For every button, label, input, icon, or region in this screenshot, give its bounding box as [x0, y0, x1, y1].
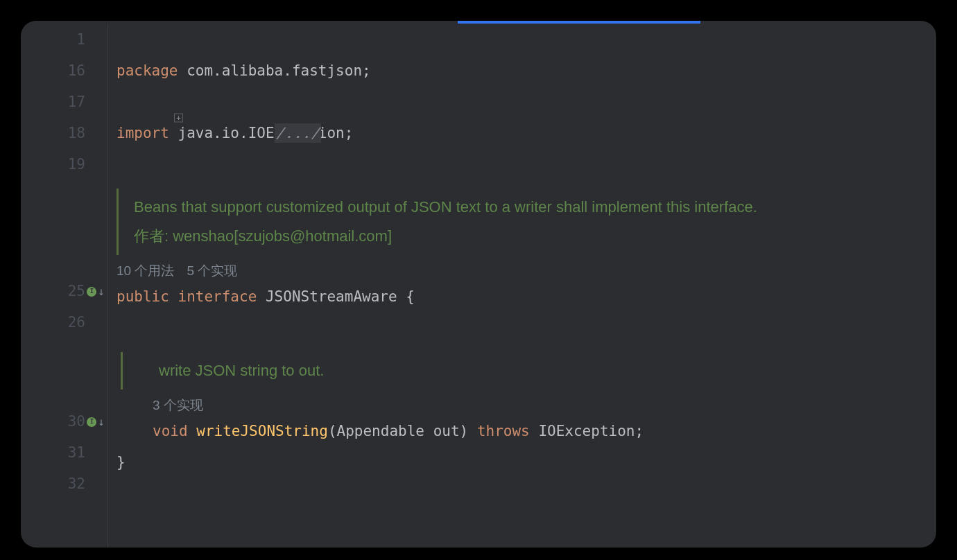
implementations-gutter-icon[interactable]: I ↓ [87, 417, 105, 428]
line-number[interactable]: 31 [21, 437, 85, 469]
line-number[interactable]: 32 [21, 469, 85, 500]
line-number[interactable]: 17 [21, 87, 85, 118]
code-line-interface-decl[interactable]: public interface JSONStreamAware { [117, 281, 936, 313]
folded-region[interactable]: + /.../ [117, 24, 936, 55]
line-number[interactable]: 19 [21, 149, 85, 180]
impl-badge-icon: I [87, 417, 96, 427]
implementations-gutter-icon[interactable]: I ↓ [87, 286, 105, 297]
code-line-method-decl[interactable]: void writeJSONString(Appendable out) thr… [117, 416, 936, 447]
usages-hint[interactable]: 10 个用法 [117, 263, 174, 278]
line-number[interactable]: 25 I ↓ [21, 276, 85, 307]
javadoc-text: write JSON string to out. [159, 356, 936, 385]
arrow-down-icon: ↓ [98, 286, 105, 297]
line-number[interactable]: 26 [21, 307, 85, 338]
gutter-spacer [21, 251, 85, 276]
code-line-brace-close[interactable]: } [117, 447, 936, 478]
line-number[interactable]: 16 [21, 55, 85, 87]
editor-window: 1 16 17 18 19 25 I ↓ 26 30 I ↓ [21, 21, 936, 548]
impl-badge-icon: I [87, 287, 96, 297]
line-number[interactable]: 1 [21, 24, 85, 55]
code-lens-hints: 10 个用法5 个实现 [117, 258, 936, 281]
arrow-down-icon: ↓ [98, 417, 105, 428]
line-number[interactable]: 30 I ↓ [21, 406, 85, 437]
javadoc-author: 作者: wenshao[szujobs@hotmail.com] [134, 222, 936, 251]
gutter-spacer [21, 180, 85, 251]
javadoc-block[interactable]: Beans that support customized output of … [117, 189, 936, 255]
implementations-hint[interactable]: 3 个实现 [153, 398, 203, 412]
active-tab-underline [458, 21, 700, 24]
gutter-spacer [21, 381, 85, 406]
gutter-spacer [21, 338, 85, 381]
code-line-blank[interactable] [117, 313, 936, 344]
code-lens-hints: 3 个实现 [117, 392, 936, 416]
line-gutter: 1 16 17 18 19 25 I ↓ 26 30 I ↓ [21, 24, 94, 548]
javadoc-text: Beans that support customized output of … [134, 193, 936, 222]
implementations-hint[interactable]: 5 个实现 [187, 263, 237, 278]
code-area[interactable]: + /.../ package com.alibaba.fastjson; im… [108, 24, 936, 548]
editor-pane[interactable]: 1 16 17 18 19 25 I ↓ 26 30 I ↓ [21, 21, 936, 548]
code-line-blank[interactable] [117, 478, 936, 509]
fold-expand-icon[interactable]: + [174, 114, 183, 123]
javadoc-block[interactable]: write JSON string to out. [121, 352, 936, 390]
line-number[interactable]: 18 [21, 118, 85, 149]
